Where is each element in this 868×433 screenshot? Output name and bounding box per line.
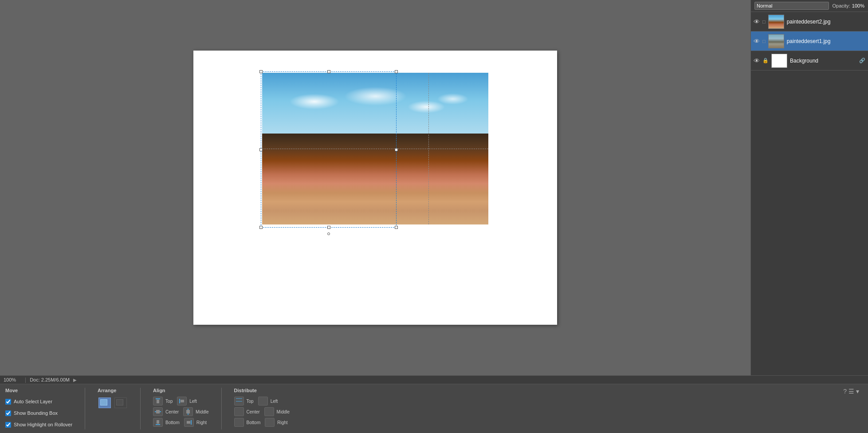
canvas-container[interactable] bbox=[0, 0, 750, 375]
layer-thumbnail-desert2 bbox=[768, 15, 784, 29]
distribute-row-1: Top Left bbox=[234, 397, 290, 405]
opacity-container: Opacity: 100% bbox=[833, 3, 865, 8]
align-middle-button[interactable] bbox=[183, 407, 193, 416]
align-left-group: Left bbox=[177, 397, 197, 405]
layer-thumbnail-desert1 bbox=[768, 34, 784, 48]
arrange-icon-box-2 bbox=[114, 397, 128, 409]
align-bottom-button[interactable] bbox=[153, 418, 163, 427]
opacity-label: Opacity: bbox=[833, 3, 850, 8]
align-center-icon bbox=[155, 409, 161, 414]
status-arrow[interactable]: ▶ bbox=[73, 378, 77, 382]
align-right-label: Right bbox=[196, 420, 207, 425]
layer-item-background[interactable]: 👁 🔒 Background 🔗 bbox=[751, 51, 868, 71]
handle-bottom-left[interactable] bbox=[259, 226, 263, 229]
layer-desert2-clouds bbox=[274, 80, 477, 134]
dist-bottom-label: Bottom bbox=[247, 420, 261, 425]
distribute-row-3: Bottom Right bbox=[234, 418, 290, 427]
distribute-title: Distribute bbox=[234, 388, 290, 393]
menu-icon[interactable]: ☰ bbox=[848, 388, 854, 395]
help-icon[interactable]: ? bbox=[843, 388, 847, 395]
align-left-button[interactable] bbox=[177, 397, 187, 405]
divider-1 bbox=[85, 388, 85, 429]
show-highlight-row: Show Highlight on Rollover bbox=[5, 420, 72, 429]
dist-center-icon bbox=[236, 409, 242, 414]
dist-bottom-button[interactable] bbox=[234, 418, 244, 427]
canvas-document bbox=[193, 51, 557, 325]
dist-left-icon bbox=[260, 398, 266, 404]
align-left-label: Left bbox=[189, 399, 197, 404]
layer-desert2 bbox=[262, 73, 488, 224]
auto-select-layer-row: Auto Select Layer bbox=[5, 397, 72, 406]
dist-middle-button[interactable] bbox=[264, 407, 274, 416]
layer-lock-desert2: □ bbox=[762, 19, 766, 24]
dist-middle-group: Middle bbox=[264, 407, 290, 416]
arrange-icons bbox=[98, 397, 128, 409]
align-right-group: Right bbox=[184, 418, 207, 427]
auto-select-layer-checkbox[interactable] bbox=[5, 399, 11, 405]
align-top-label: Top bbox=[165, 399, 173, 404]
align-middle-icon bbox=[185, 409, 191, 415]
show-bounding-box-row: Show Bounding Box bbox=[5, 408, 72, 418]
layers-header: Normal Opacity: 100% bbox=[751, 0, 868, 12]
align-bottom-label: Bottom bbox=[165, 420, 180, 425]
dist-top-button[interactable] bbox=[234, 397, 244, 405]
bottom-toolbar: 100% | Doc: 2.25M/6.00M ▶ Move Auto Sele… bbox=[0, 375, 868, 433]
move-icon bbox=[98, 398, 111, 408]
dist-top-icon bbox=[236, 398, 242, 404]
layer-lock-background: 🔒 bbox=[762, 58, 769, 63]
status-separator: | bbox=[25, 377, 26, 383]
thumb-desert2-img bbox=[769, 15, 784, 28]
align-center-group: Center bbox=[153, 407, 179, 416]
align-row-3: Bottom Right bbox=[153, 418, 208, 427]
thumb-background-img bbox=[772, 54, 787, 67]
status-bar: 100% | Doc: 2.25M/6.00M ▶ bbox=[0, 376, 868, 384]
dist-left-button[interactable] bbox=[258, 397, 268, 405]
layer-desert2-terrain bbox=[262, 134, 488, 224]
layer-item-desert1[interactable]: 👁 □ painteddesert1.jpg bbox=[751, 31, 868, 51]
thumb-desert1-img bbox=[769, 35, 784, 48]
layer-name-desert1: painteddesert1.jpg bbox=[787, 38, 865, 44]
align-top-group: Top bbox=[153, 397, 173, 405]
handle-rotate[interactable] bbox=[327, 232, 330, 235]
align-left-icon bbox=[179, 398, 185, 404]
dist-center-label: Center bbox=[247, 409, 260, 414]
show-highlight-checkbox[interactable] bbox=[5, 422, 11, 428]
distribute-row-2: Center Middle bbox=[234, 407, 290, 416]
show-bounding-box-checkbox[interactable] bbox=[5, 410, 11, 416]
layer-visibility-desert2[interactable]: 👁 bbox=[754, 18, 760, 25]
layer-lock-desert1: □ bbox=[762, 39, 766, 44]
align-title: Align bbox=[153, 388, 208, 393]
dist-right-button[interactable] bbox=[265, 418, 275, 427]
align-center-button[interactable] bbox=[153, 407, 163, 416]
align-top-button[interactable] bbox=[153, 397, 163, 405]
blend-mode-select[interactable]: Normal bbox=[754, 2, 829, 10]
layer-item-desert2[interactable]: 👁 □ painteddesert2.jpg bbox=[751, 12, 868, 31]
layers-panel: Normal Opacity: 100% 👁 □ painteddesert2.… bbox=[750, 0, 868, 375]
show-bounding-box-label: Show Bounding Box bbox=[14, 410, 58, 416]
dist-middle-label: Middle bbox=[277, 409, 290, 414]
align-center-label: Center bbox=[165, 409, 179, 414]
arrange-section: Arrange bbox=[98, 388, 128, 409]
arrange-title: Arrange bbox=[98, 388, 128, 393]
layer-thumbnail-background bbox=[771, 54, 787, 68]
align-right-button[interactable] bbox=[184, 418, 194, 427]
dist-center-button[interactable] bbox=[234, 407, 244, 416]
dist-center-group: Center bbox=[234, 407, 260, 416]
handle-bottom-center[interactable] bbox=[327, 226, 330, 229]
main-area: Normal Opacity: 100% 👁 □ painteddesert2.… bbox=[0, 0, 868, 375]
doc-size: Doc: 2.25M/6.00M bbox=[30, 377, 70, 382]
handle-bottom-right[interactable] bbox=[395, 226, 398, 229]
collapse-icon[interactable]: ▾ bbox=[856, 388, 859, 395]
layers-list: 👁 □ painteddesert2.jpg 👁 □ painteddesert… bbox=[751, 12, 868, 375]
zoom-level: 100% bbox=[4, 377, 21, 382]
dist-left-group: Left bbox=[258, 397, 278, 405]
show-highlight-label: Show Highlight on Rollover bbox=[14, 422, 72, 427]
align-row-1: Top Left bbox=[153, 397, 208, 405]
layer-visibility-background[interactable]: 👁 bbox=[754, 57, 760, 64]
align-row-2: Center Middle bbox=[153, 407, 208, 416]
dist-top-group: Top bbox=[234, 397, 254, 405]
align-bottom-icon bbox=[155, 420, 161, 425]
layer-visibility-desert1[interactable]: 👁 bbox=[754, 38, 760, 45]
divider-3 bbox=[221, 388, 222, 429]
dist-left-label: Left bbox=[271, 399, 278, 404]
